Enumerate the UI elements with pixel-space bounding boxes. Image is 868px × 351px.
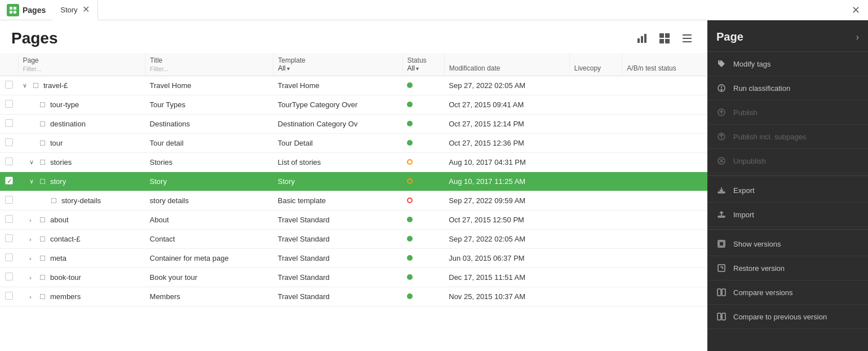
- row-checkbox[interactable]: [5, 81, 13, 89]
- row-title: Tour Types: [145, 95, 273, 115]
- page-title: Pages: [11, 29, 58, 47]
- row-checkbox[interactable]: [5, 157, 13, 165]
- table-row[interactable]: ☐destinationDestinationsDestination Cate…: [0, 115, 707, 134]
- row-status: [402, 95, 444, 115]
- svg-rect-5: [641, 36, 643, 43]
- status-dot: [407, 255, 413, 261]
- row-livecopy: [569, 210, 622, 230]
- row-page-name: about: [50, 216, 69, 224]
- svg-rect-25: [718, 216, 725, 217]
- row-page-name: book-tour: [50, 273, 81, 282]
- table-row[interactable]: ☐tour-typeTour TypesTourType Category Ov…: [0, 95, 707, 115]
- row-checkbox[interactable]: [5, 234, 13, 242]
- status-dot: [407, 82, 413, 88]
- list-view-button[interactable]: [678, 29, 696, 47]
- table-row[interactable]: ☐tourTour detailTour DetailOct 27, 2015 …: [0, 134, 707, 153]
- classification-icon: [716, 83, 727, 93]
- svg-rect-2: [10, 11, 12, 14]
- tab-story[interactable]: Story ✕: [52, 1, 98, 20]
- action-show-versions[interactable]: Show versions: [707, 232, 868, 256]
- row-page-name: members: [50, 292, 81, 301]
- tab-story-close[interactable]: ✕: [82, 5, 90, 14]
- col-page-filter[interactable]: Filter...: [23, 65, 141, 72]
- action-compare-previous[interactable]: Compare to previous version: [707, 305, 868, 329]
- col-status-label: Status: [408, 56, 427, 64]
- action-unpublish: Unpublish: [707, 149, 868, 173]
- chart-view-button[interactable]: [633, 29, 651, 47]
- row-checkbox[interactable]: [5, 292, 13, 300]
- col-checkbox: [0, 53, 18, 76]
- table-row[interactable]: ›☐book-tourBook your tourTravel Standard…: [0, 268, 707, 287]
- row-chevron[interactable]: ›: [29, 236, 37, 243]
- svg-rect-9: [659, 39, 664, 43]
- grid-view-button[interactable]: [656, 29, 674, 47]
- status-dot: [407, 274, 413, 280]
- action-export[interactable]: Export: [707, 178, 868, 203]
- row-template: Basic template: [273, 191, 402, 210]
- row-checkbox[interactable]: [5, 253, 13, 261]
- table-row[interactable]: ›☐membersMembersTravel StandardNov 25, 2…: [0, 287, 707, 306]
- versions-icon: [716, 239, 727, 249]
- row-chevron[interactable]: ›: [29, 274, 37, 281]
- row-page-name: travel-£: [43, 81, 68, 90]
- folder-icon: ☐: [39, 293, 46, 301]
- row-date: Oct 27, 2015 12:36 PM: [444, 134, 569, 153]
- col-template-label: Template: [278, 56, 305, 64]
- action-run-classification[interactable]: Run classification: [707, 76, 868, 100]
- row-chevron[interactable]: ∨: [23, 82, 30, 89]
- row-checkbox[interactable]: [5, 119, 13, 127]
- table-row[interactable]: ›☐metaContainer for meta pageTravel Stan…: [0, 249, 707, 268]
- row-status: [402, 172, 444, 191]
- main-layout: Pages Page: [0, 20, 868, 351]
- row-page-name: contact-£: [50, 235, 80, 243]
- row-abn-test: [622, 172, 707, 191]
- row-livecopy: [569, 230, 622, 249]
- row-checkbox[interactable]: [5, 215, 13, 223]
- table-row[interactable]: ✓∨☐storyStoryStoryAug 10, 2017 11:25 AM: [0, 172, 707, 191]
- svg-rect-8: [665, 33, 670, 38]
- action-publish-subpages-label: Publish incl. subpages: [733, 133, 806, 141]
- row-chevron[interactable]: ∨: [29, 159, 37, 166]
- window-close-button[interactable]: ✕: [844, 4, 868, 16]
- row-chevron[interactable]: ›: [29, 293, 37, 300]
- export-icon: [716, 185, 727, 195]
- row-status: [402, 191, 444, 210]
- col-template: Template All ▾: [273, 53, 402, 76]
- row-checkbox[interactable]: [5, 100, 13, 108]
- row-date: Aug 10, 2017 04:31 PM: [444, 153, 569, 172]
- tab-bar: Pages Story ✕ ✕: [0, 0, 868, 20]
- status-filter-chevron[interactable]: ▾: [416, 65, 419, 72]
- row-checkbox[interactable]: ✓: [5, 177, 13, 185]
- svg-rect-28: [718, 265, 725, 271]
- row-date: Sep 27, 2022 09:59 AM: [444, 191, 569, 210]
- action-restore-version[interactable]: Restore version: [707, 256, 868, 280]
- row-livecopy: [569, 95, 622, 115]
- table-row[interactable]: ☐story-detailsstory detailsBasic templat…: [0, 191, 707, 210]
- row-title: Travel Home: [145, 76, 273, 95]
- row-checkbox[interactable]: [5, 273, 13, 280]
- row-chevron[interactable]: ›: [29, 255, 37, 262]
- row-checkbox[interactable]: [5, 138, 13, 146]
- row-chevron[interactable]: ∨: [29, 178, 37, 185]
- row-chevron[interactable]: ›: [29, 217, 37, 223]
- svg-rect-24: [718, 192, 725, 193]
- template-filter-chevron[interactable]: ▾: [287, 65, 290, 72]
- action-modify-tags[interactable]: Modify tags: [707, 52, 868, 76]
- status-dot: [407, 159, 413, 165]
- table-row[interactable]: ∨☐travel-£Travel HomeTravel HomeSep 27, …: [0, 76, 707, 95]
- right-panel-expand-button[interactable]: ›: [856, 32, 859, 42]
- status-dot: [407, 121, 413, 126]
- table-row[interactable]: ›☐contact-£ContactTravel StandardSep 27,…: [0, 230, 707, 249]
- table-row[interactable]: ›☐aboutAboutTravel StandardOct 27, 2015 …: [0, 210, 707, 230]
- row-checkbox[interactable]: [5, 196, 13, 204]
- table-row[interactable]: ∨☐storiesStoriesList of storiesAug 10, 2…: [0, 153, 707, 172]
- folder-icon: ☐: [39, 101, 46, 109]
- row-livecopy: [569, 153, 622, 172]
- status-filter-value: All: [408, 64, 415, 72]
- col-title-filter[interactable]: Filter...: [150, 65, 268, 72]
- action-publish: Publish: [707, 100, 868, 125]
- action-import[interactable]: Import: [707, 203, 868, 227]
- action-separator: [707, 176, 868, 176]
- row-date: Sep 27, 2022 02:05 AM: [444, 230, 569, 249]
- action-compare-versions[interactable]: Compare versions: [707, 280, 868, 305]
